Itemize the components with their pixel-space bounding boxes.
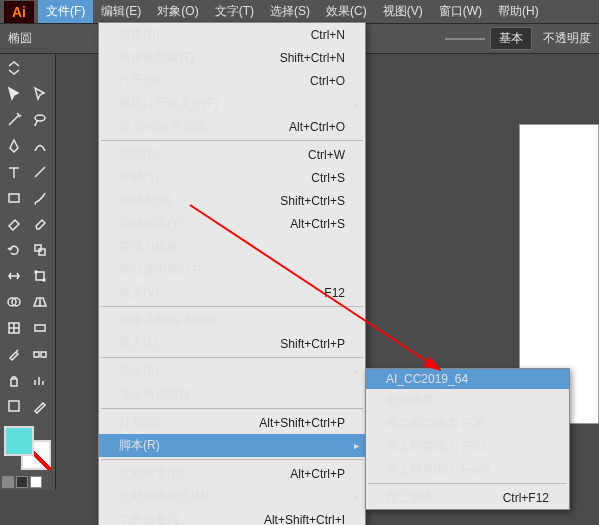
svg-rect-10: [35, 325, 45, 331]
file-menu-item-label: 存储(S): [119, 169, 159, 186]
scripts-item-label: AI_CC2019_64: [386, 372, 468, 386]
scripts-separator: [368, 483, 567, 484]
paintbrush-tool[interactable]: [28, 186, 52, 210]
file-menu-item-11[interactable]: 存储选中的切片...: [99, 258, 365, 281]
foreground-color[interactable]: [4, 426, 34, 456]
file-menu-item-1[interactable]: 从模板新建(T)...Shift+Ctrl+N: [99, 46, 365, 69]
scripts-item-0[interactable]: AI_CC2019_64: [366, 369, 569, 389]
file-menu-item-label: 存储选中的切片...: [119, 261, 213, 278]
scripts-item-2[interactable]: 将文档存储为 PDF: [366, 412, 569, 435]
menu-type[interactable]: 文字(T): [207, 0, 262, 23]
file-menu-item-shortcut: Shift+Ctrl+S: [280, 194, 345, 208]
svg-point-0: [35, 115, 45, 121]
file-menu-item-label: 恢复(V): [119, 284, 159, 301]
direct-selection-tool[interactable]: [28, 82, 52, 106]
scripts-item-label: 将文档存储为 SVG: [386, 438, 487, 455]
menu-window[interactable]: 窗口(W): [431, 0, 490, 23]
file-menu-item-23[interactable]: 文档设置(D)...Alt+Ctrl+P: [99, 462, 365, 485]
free-transform-tool[interactable]: [28, 264, 52, 288]
shaper-tool[interactable]: [2, 212, 26, 236]
slice-tool[interactable]: [28, 394, 52, 418]
scripts-item-1[interactable]: 图像描摹: [366, 389, 569, 412]
app-logo-text: Ai: [12, 4, 26, 20]
mesh-tool[interactable]: [2, 316, 26, 340]
menu-view[interactable]: 视图(V): [375, 0, 431, 23]
stroke-preview[interactable]: [445, 38, 485, 40]
menu-object[interactable]: 对象(O): [149, 0, 206, 23]
eyedropper-tool[interactable]: [2, 342, 26, 366]
rotate-tool[interactable]: [2, 238, 26, 262]
file-menu-item-15[interactable]: 置入(L)...Shift+Ctrl+P: [99, 332, 365, 355]
menu-file[interactable]: 文件(F): [38, 0, 93, 23]
file-menu-item-6[interactable]: 关闭(C)Ctrl+W: [99, 143, 365, 166]
menubar-row: Ai 文件(F)编辑(E)对象(O)文字(T)选择(S)效果(C)视图(V)窗口…: [0, 0, 599, 24]
file-menu-separator: [101, 357, 363, 358]
scale-tool[interactable]: [28, 238, 52, 262]
file-menu-item-label: 文档颜色模式(M): [119, 488, 209, 505]
submenu-arrow-icon: ▸: [354, 440, 359, 451]
artboard-tool[interactable]: [2, 394, 26, 418]
symbol-sprayer-tool[interactable]: [2, 368, 26, 392]
width-tool[interactable]: [2, 264, 26, 288]
pen-tool[interactable]: [2, 134, 26, 158]
file-menu-item-8[interactable]: 存储为(A)...Shift+Ctrl+S: [99, 189, 365, 212]
swatch-fill[interactable]: [2, 476, 14, 488]
gradient-tool[interactable]: [28, 316, 52, 340]
mini-swatches[interactable]: [2, 476, 42, 488]
line-tool[interactable]: [28, 160, 52, 184]
menu-select[interactable]: 选择(S): [262, 0, 318, 23]
swatch-gradient[interactable]: [16, 476, 28, 488]
spacer: [28, 56, 52, 80]
file-menu-item-10[interactable]: 存储为模板...: [99, 235, 365, 258]
lasso-tool[interactable]: [28, 108, 52, 132]
selection-tool[interactable]: [2, 82, 26, 106]
tools-panel: [0, 54, 56, 490]
file-menu-item-17[interactable]: 导出(E)▸: [99, 360, 365, 383]
submenu-arrow-icon: ▸: [354, 491, 359, 502]
blend-tool[interactable]: [28, 342, 52, 366]
file-menu-item-label: 文档设置(D)...: [119, 465, 194, 482]
eraser-tool[interactable]: [28, 212, 52, 236]
rectangle-tool[interactable]: [2, 186, 26, 210]
scripts-item-3[interactable]: 将文档存储为 SVG: [366, 435, 569, 458]
file-menu-item-25[interactable]: 文件信息(I)...Alt+Shift+Ctrl+I: [99, 508, 365, 525]
menu-help[interactable]: 帮助(H): [490, 0, 547, 23]
curvature-tool[interactable]: [28, 134, 52, 158]
scripts-item-label: 将文档存储为 PDF: [386, 415, 485, 432]
file-menu-item-4: 在 Bridge 中浏览...Alt+Ctrl+O: [99, 115, 365, 138]
menu-effect[interactable]: 效果(C): [318, 0, 375, 23]
file-menu-item-label: 文件信息(I)...: [119, 511, 188, 525]
column-graph-tool[interactable]: [28, 368, 52, 392]
file-menu-item-shortcut: Alt+Shift+Ctrl+I: [264, 513, 345, 526]
file-menu-item-2[interactable]: 打开(O)...Ctrl+O: [99, 69, 365, 92]
file-menu-item-18[interactable]: 导出所选项目...: [99, 383, 365, 406]
svg-rect-2: [35, 245, 41, 251]
file-menu-item-shortcut: Ctrl+O: [310, 74, 345, 88]
file-menu-item-3[interactable]: 最近打开的文件(F)▸: [99, 92, 365, 115]
perspective-tool[interactable]: [28, 290, 52, 314]
svg-rect-12: [41, 352, 46, 357]
scripts-item-4[interactable]: 将文档导出为 Flash: [366, 458, 569, 481]
file-menu-item-14[interactable]: 搜索 Adobe Stock...: [99, 309, 365, 332]
file-menu-item-0[interactable]: 新建(N)...Ctrl+N: [99, 23, 365, 46]
file-menu-item-label: 在 Bridge 中浏览...: [119, 118, 218, 135]
file-menu-item-shortcut: Shift+Ctrl+N: [280, 51, 345, 65]
scripts-item-6[interactable]: 其它脚本...Ctrl+F12: [366, 486, 569, 509]
svg-rect-13: [11, 379, 17, 386]
file-menu-item-24[interactable]: 文档颜色模式(M)▸: [99, 485, 365, 508]
opacity-label: 不透明度: [543, 30, 591, 47]
swatch-none[interactable]: [30, 476, 42, 488]
shape-builder-tool[interactable]: [2, 290, 26, 314]
file-menu-item-shortcut: Ctrl+N: [311, 28, 345, 42]
file-menu-item-label: 从模板新建(T)...: [119, 49, 204, 66]
file-menu-item-9[interactable]: 存储副本(Y)...Alt+Ctrl+S: [99, 212, 365, 235]
collapse-icon[interactable]: [2, 56, 26, 80]
magic-wand-tool[interactable]: [2, 108, 26, 132]
file-menu-item-20[interactable]: 打包(G)...Alt+Shift+Ctrl+P: [99, 411, 365, 434]
type-tool[interactable]: [2, 160, 26, 184]
color-swatch-box[interactable]: [2, 424, 53, 472]
menu-edit[interactable]: 编辑(E): [93, 0, 149, 23]
file-menu-item-21[interactable]: 脚本(R)▸: [99, 434, 365, 457]
stroke-style-dropdown[interactable]: 基本: [490, 27, 532, 50]
file-menu-item-7[interactable]: 存储(S)Ctrl+S: [99, 166, 365, 189]
